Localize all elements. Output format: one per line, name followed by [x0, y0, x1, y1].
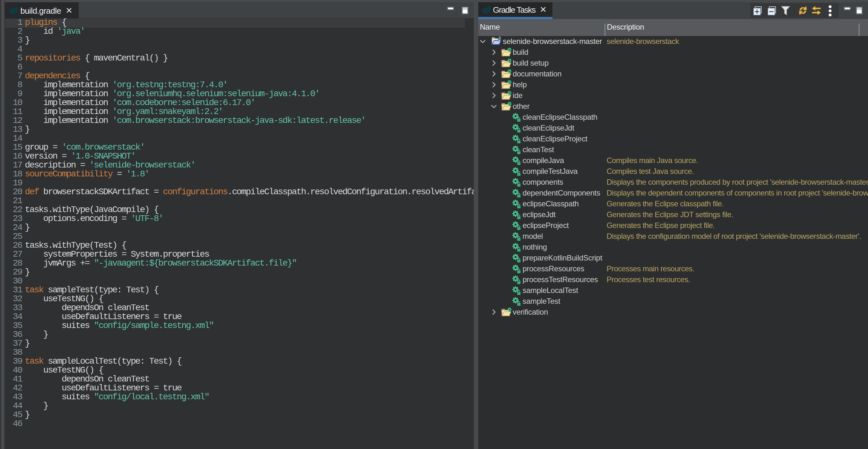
svg-text:J: J	[497, 36, 501, 42]
